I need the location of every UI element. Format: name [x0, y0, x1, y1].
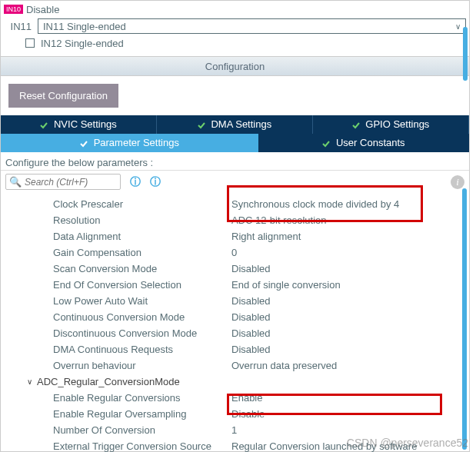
scrollbar-top[interactable]	[463, 27, 468, 81]
param-value: End of single conversion	[231, 279, 341, 291]
tab-gpio-label: GPIO Settings	[365, 118, 429, 130]
check-icon	[352, 121, 360, 129]
configure-params-label: Configure the below parameters :	[1, 152, 469, 171]
param-value: 1	[231, 424, 237, 436]
in12-label: IN12 Single-ended	[41, 38, 124, 49]
param-name: Enable Regular Conversions	[16, 392, 231, 404]
tab-gpio-settings[interactable]: GPIO Settings	[313, 115, 469, 134]
param-name: Clock Prescaler	[16, 198, 231, 210]
param-name: Low Power Auto Wait	[16, 295, 231, 307]
tab-dma-settings[interactable]: DMA Settings	[157, 115, 313, 134]
param-name: End Of Conversion Selection	[16, 279, 231, 291]
param-value: Disabled	[231, 327, 271, 339]
search-input[interactable]	[25, 177, 109, 188]
in12-checkbox[interactable]	[25, 38, 35, 48]
param-value: 0	[231, 247, 237, 258]
param-name: Overrun behaviour	[16, 360, 231, 371]
param-row[interactable]: Scan Conversion ModeDisabled	[16, 261, 469, 277]
param-row[interactable]: Number Of Conversion1	[16, 422, 469, 438]
in11-select[interactable]: IN11 Single-ended ∨	[38, 18, 466, 34]
param-value: Synchronous clock mode divided by 4	[231, 198, 399, 210]
param-value: Disabled	[231, 263, 271, 274]
param-value: Disabled	[231, 295, 271, 307]
param-row[interactable]: DMA Continuous RequestsDisabled	[16, 341, 469, 357]
param-value: Right alignment	[231, 231, 301, 242]
pin-in10-tag: IN10	[4, 5, 23, 14]
tab-param-label: Parameter Settings	[94, 137, 179, 148]
info-icon[interactable]: i	[451, 175, 464, 189]
check-icon	[322, 140, 330, 148]
param-name: Resolution	[16, 214, 231, 226]
param-value: ADC 12-bit resolution	[231, 214, 327, 226]
tab-user-label: User Constants	[336, 137, 405, 148]
param-value: Overrun data preserved	[231, 360, 337, 371]
configuration-header: Configuration	[1, 56, 469, 76]
param-row[interactable]: Data AlignmentRight alignment	[16, 228, 469, 244]
chevron-down-icon: ∨	[455, 22, 461, 31]
param-name: Continuous Conversion Mode	[16, 311, 231, 323]
param-name: Number Of Conversion	[16, 424, 231, 436]
param-row[interactable]: Continuous Conversion ModeDisabled	[16, 309, 469, 325]
group-label: ADC_Regular_ConversionMode	[37, 376, 180, 387]
param-row[interactable]: End Of Conversion SelectionEnd of single…	[16, 277, 469, 293]
param-name: DMA Continuous Requests	[16, 344, 231, 355]
tab-parameter-settings[interactable]: Parameter Settings	[1, 134, 258, 152]
param-row[interactable]: Gain Compensation0	[16, 244, 469, 261]
param-row[interactable]: Clock PrescalerSynchronous clock mode di…	[16, 196, 469, 212]
param-value: Disable	[231, 408, 265, 420]
param-row[interactable]: ResolutionADC 12-bit resolution	[16, 212, 469, 228]
param-name: Data Alignment	[16, 231, 231, 242]
param-value: Disabled	[231, 344, 271, 355]
search-next-icon[interactable]: ⓘ	[150, 175, 161, 189]
param-name: External Trigger Conversion Source	[16, 440, 231, 452]
param-value: Disabled	[231, 311, 271, 323]
check-icon	[40, 121, 48, 129]
check-icon	[80, 140, 88, 148]
in11-select-value: IN11 Single-ended	[43, 21, 126, 32]
param-row[interactable]: Discontinuous Conversion ModeDisabled	[16, 325, 469, 341]
param-name: Discontinuous Conversion Mode	[16, 327, 231, 339]
watermark: CSDN @perseverance52	[347, 437, 468, 449]
chevron-down-icon: ∨	[27, 377, 32, 386]
param-row[interactable]: Enable Regular ConversionsEnable	[16, 390, 469, 406]
search-icon: 🔍	[9, 176, 22, 188]
param-name: Scan Conversion Mode	[16, 263, 231, 274]
param-row[interactable]: Enable Regular OversamplingDisable	[16, 406, 469, 422]
check-icon	[198, 121, 205, 129]
param-row[interactable]: Low Power Auto WaitDisabled	[16, 293, 469, 309]
param-value: Enable	[231, 392, 262, 404]
param-row[interactable]: Overrun behaviourOverrun data preserved	[16, 357, 469, 374]
param-name: Enable Regular Oversampling	[16, 408, 231, 420]
in11-label: IN11	[4, 21, 35, 32]
tab-dma-label: DMA Settings	[211, 118, 271, 130]
search-prev-icon[interactable]: ⓘ	[130, 175, 141, 189]
tab-user-constants[interactable]: User Constants	[258, 134, 469, 152]
search-input-box[interactable]: 🔍	[5, 174, 121, 190]
in10-disable-text: Disable	[26, 4, 59, 15]
tab-nvic-label: NVIC Settings	[54, 118, 117, 130]
group-adc-regular[interactable]: ∨ADC_Regular_ConversionMode	[16, 374, 469, 390]
param-name: Gain Compensation	[16, 247, 231, 258]
scrollbar-params[interactable]	[462, 188, 467, 450]
reset-configuration-button[interactable]: Reset Configuration	[8, 84, 118, 108]
tab-nvic-settings[interactable]: NVIC Settings	[1, 115, 157, 134]
